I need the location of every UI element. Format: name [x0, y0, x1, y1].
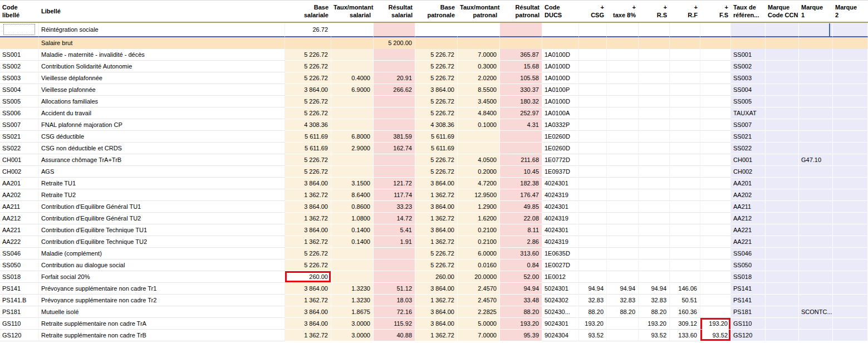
- cell-m1[interactable]: [799, 49, 833, 61]
- cell-rs[interactable]: [639, 96, 670, 107]
- cell-m2[interactable]: [833, 49, 868, 61]
- cell-taxe8[interactable]: [607, 61, 639, 72]
- cell-rs[interactable]: [639, 154, 670, 166]
- cell-rf[interactable]: [670, 131, 700, 143]
- cell-code[interactable]: [0, 37, 39, 49]
- cell-rf[interactable]: [670, 61, 700, 72]
- cell-res_pat[interactable]: [500, 23, 542, 37]
- cell-fs[interactable]: [700, 224, 731, 236]
- cell-ducs[interactable]: 1A0332P: [542, 119, 579, 131]
- cell-csg[interactable]: [579, 236, 607, 248]
- cell-csg[interactable]: [579, 224, 607, 236]
- cell-res_sal[interactable]: 18.03: [374, 295, 415, 306]
- cell-base_sal[interactable]: 1 362.72: [285, 213, 331, 224]
- cell-base_pat[interactable]: 5 226.72: [415, 107, 458, 119]
- cell-base_sal[interactable]: 26.72: [285, 23, 331, 37]
- header-fs[interactable]: +F.S: [700, 1, 731, 23]
- cell-taxe8[interactable]: 32.83: [607, 295, 639, 306]
- cell-csg[interactable]: [579, 201, 607, 213]
- header-taux_ref[interactable]: Taux deréféren...: [731, 1, 766, 23]
- cell-ducs[interactable]: 1E0260D: [542, 143, 579, 154]
- cell-m2[interactable]: [833, 306, 868, 318]
- cell-taux_pat[interactable]: [458, 37, 500, 49]
- cell-res_pat[interactable]: 88.20: [500, 306, 542, 318]
- cell-taux_pat[interactable]: 4.7200: [458, 178, 500, 189]
- cell-ducs[interactable]: 4024319: [542, 213, 579, 224]
- cell-rs[interactable]: 32.83: [639, 295, 670, 306]
- cell-res_pat[interactable]: 193.20: [500, 318, 542, 330]
- cell-taxe8[interactable]: [607, 49, 639, 61]
- cell-taux_ref[interactable]: AA221: [731, 224, 766, 236]
- cell-base_pat[interactable]: 260.00: [415, 271, 458, 283]
- cell-ducs[interactable]: 1E0012: [542, 271, 579, 283]
- header-taux_sal[interactable]: Taux/montantsalarial: [331, 1, 374, 23]
- cell-ducs[interactable]: 1A0100A: [542, 107, 579, 119]
- cell-taux_sal[interactable]: 6.8000: [331, 131, 374, 143]
- cell-fs[interactable]: [700, 201, 731, 213]
- cell-base_sal[interactable]: 5 226.72: [285, 259, 331, 271]
- cell-csg[interactable]: [579, 37, 607, 49]
- cell-m1[interactable]: [799, 37, 833, 49]
- cell-m_ccn[interactable]: [766, 84, 799, 96]
- cell-csg[interactable]: [579, 107, 607, 119]
- cell-m2[interactable]: [833, 213, 868, 224]
- cell-base_sal[interactable]: 5 611.69: [285, 143, 331, 154]
- cell-code[interactable]: SS021: [0, 131, 39, 143]
- cell-code[interactable]: AA221: [0, 224, 39, 236]
- cell-fs[interactable]: [700, 178, 731, 189]
- cell-base_pat[interactable]: 3 864.00: [415, 178, 458, 189]
- cell-res_sal[interactable]: [374, 107, 415, 119]
- cell-taxe8[interactable]: [607, 72, 639, 84]
- cell-taux_sal[interactable]: [331, 259, 374, 271]
- cell-taux_sal[interactable]: 3.1500: [331, 178, 374, 189]
- cell-base_sal[interactable]: 5 226.72: [285, 96, 331, 107]
- cell-res_sal[interactable]: [374, 166, 415, 178]
- cell-res_sal[interactable]: 14.72: [374, 213, 415, 224]
- cell-rs[interactable]: [639, 49, 670, 61]
- cell-taux_ref[interactable]: SS001: [731, 49, 766, 61]
- cell-taux_sal[interactable]: 0.1400: [331, 236, 374, 248]
- cell-taux_pat[interactable]: 1.2900: [458, 201, 500, 213]
- cell-res_sal[interactable]: 381.59: [374, 131, 415, 143]
- cell-libelle[interactable]: Réintégration sociale: [39, 23, 285, 37]
- cell-taxe8[interactable]: [607, 259, 639, 271]
- cell-res_pat[interactable]: 95.39: [500, 330, 542, 341]
- cell-res_sal[interactable]: 40.88: [374, 330, 415, 341]
- cell-code[interactable]: SS006: [0, 107, 39, 119]
- header-res_sal[interactable]: Résultatsalarial: [374, 1, 415, 23]
- cell-taux_ref[interactable]: GS120: [731, 330, 766, 341]
- cell-rf[interactable]: [670, 23, 700, 37]
- cell-base_pat[interactable]: 1 362.72: [415, 236, 458, 248]
- cell-base_sal[interactable]: 5 226.72: [285, 166, 331, 178]
- cell-csg[interactable]: 94.94: [579, 283, 607, 295]
- cell-rf[interactable]: [670, 213, 700, 224]
- header-m_ccn[interactable]: MarqueCode CCN: [766, 1, 799, 23]
- cell-m1[interactable]: [799, 72, 833, 84]
- cell-rf[interactable]: [670, 259, 700, 271]
- cell-base_sal[interactable]: 5 226.72: [285, 72, 331, 84]
- cell-rs[interactable]: [639, 259, 670, 271]
- cell-taux_sal[interactable]: 8.6400: [331, 189, 374, 201]
- cell-res_sal[interactable]: [374, 271, 415, 283]
- cell-res_sal[interactable]: 5.41: [374, 224, 415, 236]
- cell-m1[interactable]: [799, 107, 833, 119]
- cell-csg[interactable]: [579, 119, 607, 131]
- cell-rf[interactable]: [670, 189, 700, 201]
- cell-taxe8[interactable]: [607, 330, 639, 341]
- cell-libelle[interactable]: Assurance chômage TrA+TrB: [39, 154, 285, 166]
- cell-fs[interactable]: [700, 96, 731, 107]
- cell-ducs[interactable]: 1E0027D: [542, 259, 579, 271]
- cell-rf[interactable]: [670, 96, 700, 107]
- cell-libelle[interactable]: Contribution d'Equilibre Général TU1: [39, 201, 285, 213]
- cell-res_pat[interactable]: [500, 37, 542, 49]
- cell-base_pat[interactable]: 3 864.00: [415, 318, 458, 330]
- cell-res_sal[interactable]: 33.23: [374, 201, 415, 213]
- cell-code[interactable]: AA212: [0, 213, 39, 224]
- cell-rs[interactable]: [639, 37, 670, 49]
- cell-base_pat[interactable]: 5 226.72: [415, 72, 458, 84]
- cell-rf[interactable]: 146.06: [670, 283, 700, 295]
- cell-taux_ref[interactable]: AA211: [731, 201, 766, 213]
- cell-taxe8[interactable]: [607, 318, 639, 330]
- cell-rs[interactable]: 88.20: [639, 306, 670, 318]
- cell-libelle[interactable]: Vieillesse déplafonnée: [39, 72, 285, 84]
